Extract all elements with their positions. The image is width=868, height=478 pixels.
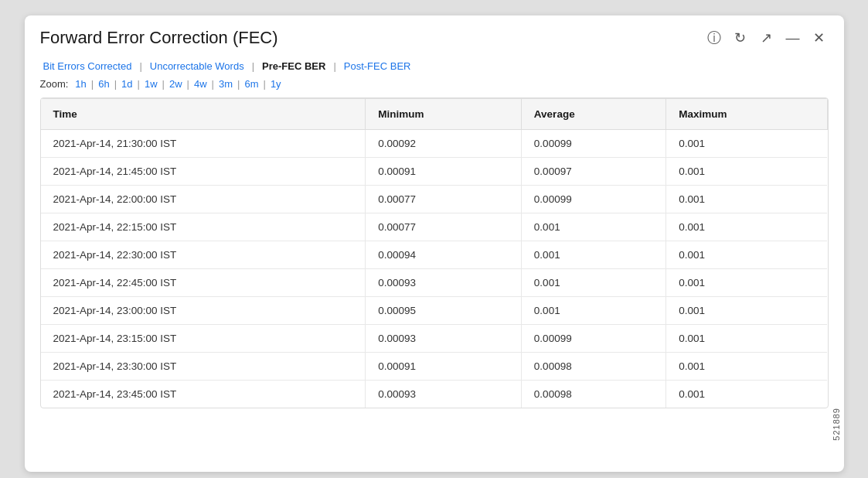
tab-pre-fec-ber[interactable]: Pre-FEC BER [259, 59, 328, 73]
cell-avg: 0.001 [521, 241, 665, 269]
cell-time: 2021-Apr-14, 23:15:00 IST [41, 325, 366, 353]
fec-card: Forward Error Correction (FEC) ⓘ ↻ ↗ — ✕… [25, 15, 844, 472]
cell-time: 2021-Apr-14, 21:30:00 IST [41, 130, 366, 158]
nav-separator-2: | [247, 60, 259, 72]
table-container: Time Minimum Average Maximum 2021-Apr-14… [25, 97, 844, 424]
cell-min: 0.00091 [366, 353, 522, 381]
card-title: Forward Error Correction (FEC) [40, 28, 278, 48]
col-minimum: Minimum [366, 99, 522, 130]
refresh-icon[interactable]: ↻ [731, 29, 750, 47]
cell-min: 0.00093 [366, 269, 522, 297]
cell-min: 0.00077 [366, 213, 522, 241]
cell-time: 2021-Apr-14, 22:15:00 IST [41, 213, 366, 241]
zoom-sep-8: | [260, 78, 267, 90]
zoom-bar: Zoom: 1h | 6h | 1d | 1w | 2w | 4w | 3m |… [25, 73, 844, 97]
zoom-3m[interactable]: 3m [216, 78, 235, 90]
cell-time: 2021-Apr-14, 23:30:00 IST [41, 353, 366, 381]
cell-max: 0.001 [666, 269, 827, 297]
col-time: Time [41, 99, 366, 130]
cell-avg: 0.00099 [521, 130, 665, 158]
cell-time: 2021-Apr-14, 22:30:00 IST [41, 241, 366, 269]
tab-post-fec-ber[interactable]: Post-FEC BER [341, 59, 414, 73]
cell-min: 0.00095 [366, 297, 522, 325]
cell-time: 2021-Apr-14, 23:00:00 IST [41, 297, 366, 325]
cell-avg: 0.00098 [521, 353, 665, 381]
cell-max: 0.001 [666, 241, 827, 269]
table-row: 2021-Apr-14, 21:30:00 IST0.000920.000990… [41, 130, 828, 158]
cell-avg: 0.001 [521, 269, 665, 297]
table-row: 2021-Apr-14, 22:30:00 IST0.000940.0010.0… [41, 241, 828, 269]
data-table: Time Minimum Average Maximum 2021-Apr-14… [41, 98, 828, 408]
tab-bit-errors-corrected[interactable]: Bit Errors Corrected [40, 59, 135, 73]
cell-time: 2021-Apr-14, 23:45:00 IST [41, 381, 366, 408]
table-header-row: Time Minimum Average Maximum [41, 99, 828, 130]
cell-avg: 0.00099 [521, 186, 665, 213]
tab-uncorrectable-words[interactable]: Uncorrectable Words [147, 59, 247, 73]
help-icon[interactable]: ⓘ [705, 29, 723, 47]
table-row: 2021-Apr-14, 22:45:00 IST0.000930.0010.0… [41, 269, 828, 297]
cell-avg: 0.001 [521, 213, 665, 241]
cell-avg: 0.001 [521, 297, 665, 325]
zoom-2w[interactable]: 2w [167, 78, 185, 90]
minimize-icon[interactable]: — [784, 29, 802, 47]
table-row: 2021-Apr-14, 22:00:00 IST0.000770.000990… [41, 186, 828, 213]
cell-max: 0.001 [666, 213, 827, 241]
zoom-sep-7: | [235, 78, 242, 90]
cell-min: 0.00094 [366, 241, 522, 269]
zoom-1w[interactable]: 1w [142, 78, 160, 90]
zoom-6h[interactable]: 6h [96, 78, 111, 90]
cell-avg: 0.00098 [521, 381, 665, 408]
zoom-6m[interactable]: 6m [242, 78, 260, 90]
cell-max: 0.001 [666, 186, 827, 213]
col-average: Average [521, 99, 665, 130]
nav-tabs: Bit Errors Corrected | Uncorrectable Wor… [25, 56, 844, 73]
cell-avg: 0.00099 [521, 325, 665, 353]
header-icons: ⓘ ↻ ↗ — ✕ [705, 29, 829, 47]
cell-max: 0.001 [666, 158, 827, 186]
table-row: 2021-Apr-14, 23:30:00 IST0.000910.000980… [41, 353, 828, 381]
cell-max: 0.001 [666, 325, 827, 353]
cell-min: 0.00093 [366, 325, 522, 353]
zoom-sep-2: | [112, 78, 119, 90]
cell-time: 2021-Apr-14, 21:45:00 IST [41, 158, 366, 186]
zoom-sep-1: | [89, 78, 96, 90]
table-row: 2021-Apr-14, 23:45:00 IST0.000930.000980… [41, 381, 828, 408]
zoom-sep-4: | [160, 78, 167, 90]
col-maximum: Maximum [666, 99, 827, 130]
table-row: 2021-Apr-14, 23:00:00 IST0.000950.0010.0… [41, 297, 828, 325]
cell-max: 0.001 [666, 297, 827, 325]
zoom-sep-6: | [209, 78, 216, 90]
table-row: 2021-Apr-14, 22:15:00 IST0.000770.0010.0… [41, 213, 828, 241]
close-icon[interactable]: ✕ [810, 29, 829, 47]
side-label: 521889 [832, 408, 841, 441]
zoom-4w[interactable]: 4w [192, 78, 209, 90]
table-border: Time Minimum Average Maximum 2021-Apr-14… [40, 97, 829, 408]
cell-max: 0.001 [666, 353, 827, 381]
zoom-label: Zoom: [40, 78, 69, 90]
cell-time: 2021-Apr-14, 22:00:00 IST [41, 186, 366, 213]
zoom-sep-3: | [135, 78, 142, 90]
table-row: 2021-Apr-14, 23:15:00 IST0.000930.000990… [41, 325, 828, 353]
zoom-1d[interactable]: 1d [119, 78, 134, 90]
cell-avg: 0.00097 [521, 158, 665, 186]
zoom-1h[interactable]: 1h [73, 78, 88, 90]
zoom-1y[interactable]: 1y [268, 78, 284, 90]
nav-separator-1: | [134, 60, 146, 72]
cell-min: 0.00091 [366, 158, 522, 186]
cell-max: 0.001 [666, 381, 827, 408]
external-link-icon[interactable]: ↗ [757, 29, 776, 47]
table-row: 2021-Apr-14, 21:45:00 IST0.000910.000970… [41, 158, 828, 186]
cell-min: 0.00077 [366, 186, 522, 213]
cell-min: 0.00093 [366, 381, 522, 408]
cell-time: 2021-Apr-14, 22:45:00 IST [41, 269, 366, 297]
zoom-sep-5: | [185, 78, 192, 90]
card-header: Forward Error Correction (FEC) ⓘ ↻ ↗ — ✕ [25, 15, 844, 56]
cell-max: 0.001 [666, 130, 827, 158]
cell-min: 0.00092 [366, 130, 522, 158]
nav-separator-3: | [328, 60, 340, 72]
